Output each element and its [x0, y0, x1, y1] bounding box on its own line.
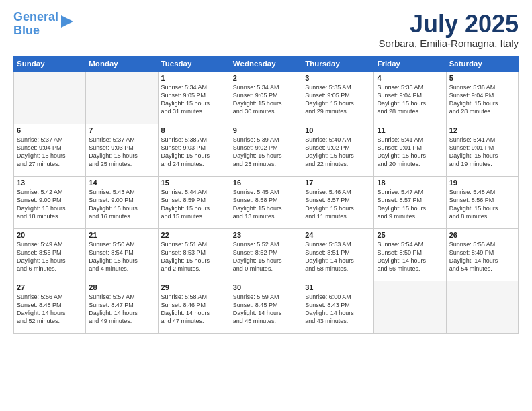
day-info: Sunrise: 5:55 AM Sunset: 8:49 PM Dayligh… [449, 240, 515, 273]
day-number: 21 [89, 231, 154, 239]
calendar-cell: 10Sunrise: 5:40 AM Sunset: 9:02 PM Dayli… [302, 124, 374, 176]
calendar-week-2: 6Sunrise: 5:37 AM Sunset: 9:04 PM Daylig… [14, 124, 519, 176]
day-info: Sunrise: 5:35 AM Sunset: 9:04 PM Dayligh… [377, 83, 443, 116]
day-number: 31 [305, 283, 371, 291]
calendar-cell: 31Sunrise: 6:00 AM Sunset: 8:43 PM Dayli… [302, 281, 374, 333]
day-info: Sunrise: 5:41 AM Sunset: 9:01 PM Dayligh… [377, 136, 443, 169]
calendar-cell [374, 281, 446, 333]
day-info: Sunrise: 5:49 AM Sunset: 8:55 PM Dayligh… [17, 240, 83, 273]
day-info: Sunrise: 5:39 AM Sunset: 9:02 PM Dayligh… [233, 136, 299, 169]
day-info: Sunrise: 5:52 AM Sunset: 8:52 PM Dayligh… [233, 240, 299, 273]
calendar-cell: 26Sunrise: 5:55 AM Sunset: 8:49 PM Dayli… [446, 228, 518, 281]
day-number: 13 [17, 179, 83, 187]
day-info: Sunrise: 5:53 AM Sunset: 8:51 PM Dayligh… [305, 240, 371, 273]
day-number: 20 [17, 231, 83, 239]
calendar-week-4: 20Sunrise: 5:49 AM Sunset: 8:55 PM Dayli… [14, 228, 519, 281]
calendar-cell: 1Sunrise: 5:34 AM Sunset: 9:05 PM Daylig… [158, 71, 230, 124]
day-info: Sunrise: 5:57 AM Sunset: 8:47 PM Dayligh… [89, 293, 154, 326]
calendar-cell: 22Sunrise: 5:51 AM Sunset: 8:53 PM Dayli… [158, 228, 230, 281]
day-info: Sunrise: 5:34 AM Sunset: 9:05 PM Dayligh… [161, 83, 227, 116]
calendar-cell: 2Sunrise: 5:34 AM Sunset: 9:05 PM Daylig… [230, 71, 302, 124]
day-number: 28 [89, 283, 154, 291]
day-number: 22 [161, 231, 227, 239]
day-number: 7 [89, 126, 154, 134]
day-info: Sunrise: 5:41 AM Sunset: 9:01 PM Dayligh… [449, 136, 515, 169]
calendar-cell: 14Sunrise: 5:43 AM Sunset: 9:00 PM Dayli… [86, 176, 158, 228]
day-number: 3 [305, 74, 371, 82]
header-tuesday: Tuesday [158, 56, 230, 71]
calendar-cell: 28Sunrise: 5:57 AM Sunset: 8:47 PM Dayli… [86, 281, 158, 333]
calendar-cell: 29Sunrise: 5:58 AM Sunset: 8:46 PM Dayli… [158, 281, 230, 333]
calendar-cell: 27Sunrise: 5:56 AM Sunset: 8:48 PM Dayli… [14, 281, 86, 333]
calendar-cell: 9Sunrise: 5:39 AM Sunset: 9:02 PM Daylig… [230, 124, 302, 176]
day-info: Sunrise: 5:50 AM Sunset: 8:54 PM Dayligh… [89, 240, 154, 273]
header-friday: Friday [374, 56, 446, 71]
calendar-cell: 7Sunrise: 5:37 AM Sunset: 9:03 PM Daylig… [86, 124, 158, 176]
day-info: Sunrise: 5:56 AM Sunset: 8:48 PM Dayligh… [17, 293, 83, 326]
day-info: Sunrise: 5:45 AM Sunset: 8:58 PM Dayligh… [233, 188, 299, 221]
calendar-cell: 6Sunrise: 5:37 AM Sunset: 9:04 PM Daylig… [14, 124, 86, 176]
calendar-cell [14, 71, 86, 124]
day-number: 15 [161, 179, 227, 187]
day-number: 9 [233, 126, 299, 134]
day-number: 8 [161, 126, 227, 134]
day-number: 14 [89, 179, 154, 187]
day-number: 24 [305, 231, 371, 239]
day-number: 2 [233, 74, 299, 82]
day-number: 11 [377, 126, 443, 134]
calendar-cell: 23Sunrise: 5:52 AM Sunset: 8:52 PM Dayli… [230, 228, 302, 281]
calendar-cell: 11Sunrise: 5:41 AM Sunset: 9:01 PM Dayli… [374, 124, 446, 176]
calendar-week-5: 27Sunrise: 5:56 AM Sunset: 8:48 PM Dayli… [14, 281, 519, 333]
day-number: 16 [233, 179, 299, 187]
header-monday: Monday [86, 56, 158, 71]
calendar-cell: 16Sunrise: 5:45 AM Sunset: 8:58 PM Dayli… [230, 176, 302, 228]
logo-line1: General [13, 10, 58, 24]
calendar-cell: 25Sunrise: 5:54 AM Sunset: 8:50 PM Dayli… [374, 228, 446, 281]
day-number: 6 [17, 126, 83, 134]
calendar-cell: 12Sunrise: 5:41 AM Sunset: 9:01 PM Dayli… [446, 124, 518, 176]
day-info: Sunrise: 5:42 AM Sunset: 9:00 PM Dayligh… [17, 188, 83, 221]
day-info: Sunrise: 5:36 AM Sunset: 9:04 PM Dayligh… [449, 83, 515, 116]
day-info: Sunrise: 5:38 AM Sunset: 9:03 PM Dayligh… [161, 136, 227, 169]
calendar-cell: 24Sunrise: 5:53 AM Sunset: 8:51 PM Dayli… [302, 228, 374, 281]
logo-text: General Blue [13, 11, 58, 38]
logo: General Blue [13, 11, 73, 38]
day-number: 29 [161, 283, 227, 291]
day-number: 4 [377, 74, 443, 82]
day-number: 12 [449, 126, 515, 134]
title-block: July 2025 Sorbara, Emilia-Romagna, Italy [379, 11, 519, 49]
logo-line2: Blue [13, 24, 40, 37]
day-info: Sunrise: 5:34 AM Sunset: 9:05 PM Dayligh… [233, 83, 299, 116]
calendar-cell [86, 71, 158, 124]
header-saturday: Saturday [446, 56, 518, 71]
calendar-cell [446, 281, 518, 333]
day-number: 25 [377, 231, 443, 239]
day-info: Sunrise: 5:59 AM Sunset: 8:45 PM Dayligh… [233, 293, 299, 326]
header-thursday: Thursday [302, 56, 374, 71]
day-number: 1 [161, 74, 227, 82]
day-number: 27 [17, 283, 83, 291]
day-number: 26 [449, 231, 515, 239]
day-info: Sunrise: 5:51 AM Sunset: 8:53 PM Dayligh… [161, 240, 227, 273]
header-wednesday: Wednesday [230, 56, 302, 71]
calendar-cell: 13Sunrise: 5:42 AM Sunset: 9:00 PM Dayli… [14, 176, 86, 228]
header: General Blue July 2025 Sorbara, Emilia-R… [13, 11, 519, 49]
page: General Blue July 2025 Sorbara, Emilia-R… [0, 0, 532, 411]
day-number: 10 [305, 126, 371, 134]
day-info: Sunrise: 5:44 AM Sunset: 8:59 PM Dayligh… [161, 188, 227, 221]
calendar-cell: 19Sunrise: 5:48 AM Sunset: 8:56 PM Dayli… [446, 176, 518, 228]
calendar-cell: 4Sunrise: 5:35 AM Sunset: 9:04 PM Daylig… [374, 71, 446, 124]
calendar-week-1: 1Sunrise: 5:34 AM Sunset: 9:05 PM Daylig… [14, 71, 519, 124]
day-info: Sunrise: 5:58 AM Sunset: 8:46 PM Dayligh… [161, 293, 227, 326]
day-info: Sunrise: 5:35 AM Sunset: 9:05 PM Dayligh… [305, 83, 371, 116]
day-number: 30 [233, 283, 299, 291]
day-number: 19 [449, 179, 515, 187]
calendar-cell: 8Sunrise: 5:38 AM Sunset: 9:03 PM Daylig… [158, 124, 230, 176]
day-info: Sunrise: 5:37 AM Sunset: 9:03 PM Dayligh… [89, 136, 154, 169]
calendar-cell: 20Sunrise: 5:49 AM Sunset: 8:55 PM Dayli… [14, 228, 86, 281]
calendar-header-row: Sunday Monday Tuesday Wednesday Thursday… [14, 56, 519, 71]
day-info: Sunrise: 5:46 AM Sunset: 8:57 PM Dayligh… [305, 188, 371, 221]
calendar-cell: 30Sunrise: 5:59 AM Sunset: 8:45 PM Dayli… [230, 281, 302, 333]
calendar-week-3: 13Sunrise: 5:42 AM Sunset: 9:00 PM Dayli… [14, 176, 519, 228]
day-info: Sunrise: 5:54 AM Sunset: 8:50 PM Dayligh… [377, 240, 443, 273]
